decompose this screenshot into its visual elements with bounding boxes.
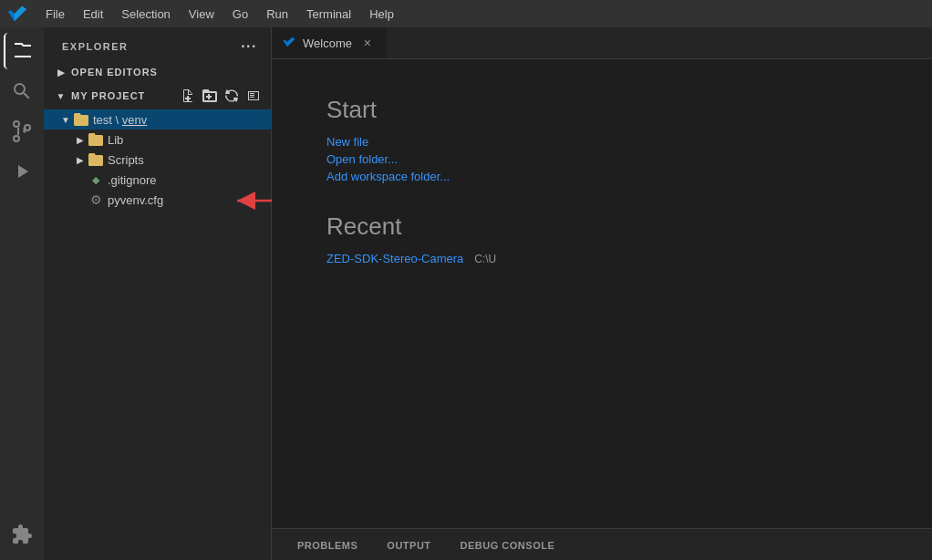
source-control-activity-icon[interactable] bbox=[4, 113, 40, 150]
explorer-activity-icon[interactable] bbox=[4, 33, 40, 69]
open-editors-section[interactable]: ▶ OPEN EDITORS bbox=[44, 62, 271, 82]
my-project-section[interactable]: ▼ MY PROJECT bbox=[44, 82, 271, 109]
menu-terminal[interactable]: Terminal bbox=[299, 4, 358, 24]
open-folder-link[interactable]: Open folder... bbox=[326, 152, 877, 166]
add-workspace-link[interactable]: Add workspace folder... bbox=[326, 170, 877, 183]
tree-label-pyvenv: pyvenv.cfg bbox=[108, 193, 271, 207]
welcome-recent-section: Recent ZED-SDK-Stereo-Camera C:\U bbox=[326, 213, 877, 265]
menu-help[interactable]: Help bbox=[362, 4, 401, 24]
tree-label-scripts: Scripts bbox=[108, 153, 271, 167]
tab-bar: Welcome × bbox=[272, 27, 932, 59]
gitignore-icon: ◆ bbox=[88, 174, 104, 186]
open-editors-chevron: ▶ bbox=[55, 66, 67, 78]
main-layout: EXPLORER ··· ▶ OPEN EDITORS ▼ MY PROJECT bbox=[0, 27, 932, 560]
tree-label-lib: Lib bbox=[108, 133, 271, 147]
welcome-tab[interactable]: Welcome × bbox=[272, 27, 388, 58]
recent-title: Recent bbox=[326, 213, 877, 241]
vscode-tab-icon bbox=[283, 36, 295, 51]
activity-bar bbox=[0, 27, 44, 560]
menu-selection[interactable]: Selection bbox=[114, 4, 177, 24]
tree-label-test-venv: test \ venv bbox=[93, 113, 271, 127]
start-title: Start bbox=[326, 96, 877, 124]
menu-run[interactable]: Run bbox=[259, 4, 295, 24]
bottom-panel: PROBLEMS OUTPUT DEBUG CONSOLE bbox=[272, 528, 932, 560]
sidebar-header-actions: ··· bbox=[238, 36, 260, 57]
open-editors-label: OPEN EDITORS bbox=[71, 67, 158, 78]
tree-chevron-test-venv: ▼ bbox=[58, 115, 73, 125]
tree-item-pyvenv[interactable]: ⚙ pyvenv.cfg bbox=[44, 190, 271, 210]
welcome-tab-close[interactable]: × bbox=[359, 35, 376, 51]
menu-go[interactable]: Go bbox=[225, 4, 255, 24]
menu-file[interactable]: File bbox=[38, 4, 72, 24]
new-file-action[interactable] bbox=[178, 86, 198, 106]
project-actions bbox=[178, 86, 264, 106]
collapse-all-action[interactable] bbox=[243, 86, 264, 106]
extensions-activity-icon[interactable] bbox=[4, 516, 40, 553]
recent-item-name[interactable]: ZED-SDK-Stereo-Camera bbox=[326, 252, 463, 265]
sidebar-title: EXPLORER ··· bbox=[44, 27, 271, 62]
tree-chevron-scripts: ▶ bbox=[73, 155, 88, 165]
recent-item-path: C:\U bbox=[474, 253, 496, 265]
folder-icon-scripts bbox=[88, 152, 104, 167]
tree-item-scripts[interactable]: ▶ Scripts bbox=[44, 150, 271, 170]
new-file-link[interactable]: New file bbox=[326, 135, 877, 149]
search-activity-icon[interactable] bbox=[4, 73, 40, 109]
menu-edit[interactable]: Edit bbox=[76, 4, 110, 24]
welcome-tab-label: Welcome bbox=[303, 36, 352, 50]
sidebar-more-actions[interactable]: ··· bbox=[238, 36, 260, 57]
new-folder-action[interactable] bbox=[200, 86, 220, 106]
my-project-label: MY PROJECT bbox=[71, 90, 178, 101]
tree-chevron-lib: ▶ bbox=[73, 135, 88, 145]
menu-view[interactable]: View bbox=[181, 4, 222, 24]
folder-icon-lib bbox=[88, 132, 104, 147]
debug-console-tab[interactable]: DEBUG CONSOLE bbox=[446, 529, 570, 561]
problems-tab[interactable]: PROBLEMS bbox=[283, 529, 372, 561]
welcome-panel: Start New file Open folder... Add worksp… bbox=[272, 59, 932, 528]
sidebar: EXPLORER ··· ▶ OPEN EDITORS ▼ MY PROJECT bbox=[44, 27, 272, 560]
recent-item-zed: ZED-SDK-Stereo-Camera C:\U bbox=[326, 252, 877, 265]
config-icon: ⚙ bbox=[88, 192, 104, 207]
tree-item-gitignore[interactable]: ◆ .gitignore bbox=[44, 170, 271, 190]
vscode-logo-icon bbox=[7, 4, 27, 24]
folder-icon-test-venv bbox=[73, 112, 89, 127]
run-activity-icon[interactable] bbox=[4, 153, 40, 190]
tree-label-gitignore: .gitignore bbox=[108, 173, 271, 187]
tree-item-lib[interactable]: ▶ Lib bbox=[44, 130, 271, 150]
tree-item-test-venv[interactable]: ▼ test \ venv bbox=[44, 109, 271, 130]
refresh-action[interactable] bbox=[222, 86, 242, 106]
content-area: Welcome × Start New file Open folder... … bbox=[272, 27, 932, 560]
output-tab[interactable]: OUTPUT bbox=[372, 529, 445, 561]
my-project-chevron: ▼ bbox=[55, 89, 67, 102]
menu-bar: File Edit Selection View Go Run Terminal… bbox=[0, 0, 932, 27]
welcome-start-section: Start New file Open folder... Add worksp… bbox=[326, 96, 877, 183]
